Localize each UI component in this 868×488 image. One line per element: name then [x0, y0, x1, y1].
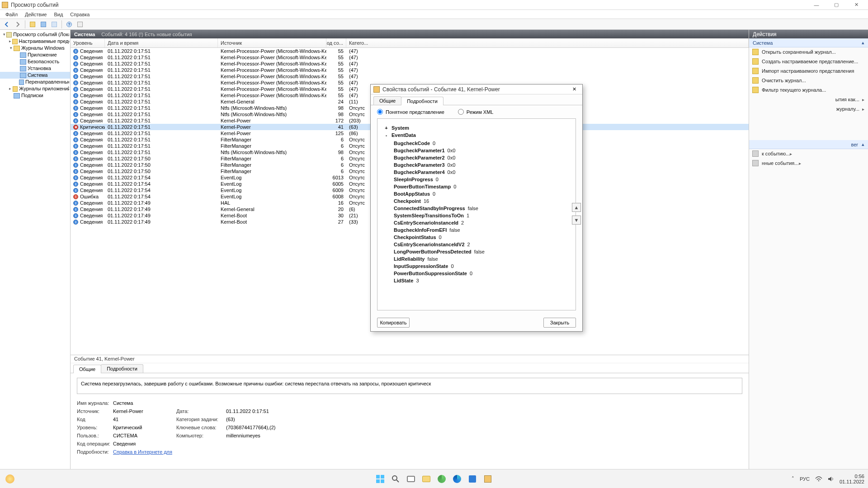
tree-node[interactable]: Приложение	[0, 52, 70, 58]
tree-node[interactable]: ▾Журналы Windows	[0, 45, 70, 52]
action-item[interactable]: журналу...▸	[749, 104, 868, 114]
prev-event-button[interactable]: ▲	[572, 203, 581, 212]
action-item[interactable]: Фильтр текущего журнала...	[749, 85, 868, 95]
dialog-body[interactable]: +System -EventData BugcheckCode0Bugcheck…	[377, 118, 576, 310]
close-button[interactable]: ✕	[846, 0, 866, 9]
node-system[interactable]: +System	[384, 125, 569, 131]
kv-code-k: Код	[77, 417, 113, 422]
wifi-icon[interactable]	[815, 476, 822, 482]
radio-xml[interactable]: Режим XML	[458, 109, 494, 115]
action-item[interactable]: Очистить журнал...	[749, 76, 868, 85]
action-item[interactable]: нные события...▸	[749, 159, 868, 168]
layout-button-1[interactable]	[38, 20, 48, 29]
chevron-right-icon: ▸	[799, 161, 801, 166]
col-level[interactable]: Уровень	[71, 38, 105, 47]
help-button[interactable]: ?	[64, 20, 74, 29]
tree-node[interactable]: ▾Просмотр событий (Локальн	[0, 31, 70, 38]
show-hide-tree-button[interactable]	[28, 20, 38, 29]
svg-rect-2	[376, 479, 380, 483]
col-code[interactable]: Код со...	[326, 38, 346, 47]
search-button[interactable]	[390, 473, 401, 485]
col-date[interactable]: Дата и время	[105, 38, 218, 47]
tree-node[interactable]: ▸Настраиваемые представле	[0, 38, 70, 45]
eventvwr-taskbar-icon[interactable]	[482, 473, 494, 485]
table-row[interactable]: Сведения01.11.2022 0:17:51Kernel-Process…	[71, 54, 749, 61]
taskbar[interactable]: ˄ РУС 0:56 01.11.2022	[0, 469, 868, 488]
level-text: Сведения	[80, 143, 103, 149]
tree-node[interactable]: Перенаправленные соб	[0, 79, 70, 85]
level-info-icon	[73, 131, 78, 136]
detail-tab-general[interactable]: Общие	[73, 365, 101, 373]
level-text: Сведения	[80, 150, 103, 155]
dialog-close-icon[interactable]: ✕	[569, 85, 580, 94]
taskview-button[interactable]	[405, 473, 417, 485]
tree-caret-icon[interactable]: ▸	[8, 38, 12, 45]
tree-node[interactable]: ▸Журналы приложений и сл	[0, 85, 70, 92]
cell-src: Kernel-General	[218, 206, 326, 212]
edge-icon[interactable]	[451, 473, 463, 485]
eventdata-item: BugcheckParameter10x0	[384, 147, 569, 154]
radio-friendly-input[interactable]	[377, 109, 383, 115]
tree-node[interactable]: Подписки	[0, 92, 70, 99]
cell-src: FilterManager	[218, 136, 326, 143]
explorer-icon[interactable]	[420, 473, 432, 485]
kv-more-link[interactable]: Справка в Интернете для	[113, 449, 176, 455]
grid-header: Уровень Дата и время Источник Код со... …	[71, 38, 749, 48]
menu-help[interactable]: Справка	[66, 11, 93, 18]
detail-tab-details[interactable]: Подробности	[101, 364, 143, 373]
col-cat[interactable]: Катего...	[346, 38, 749, 47]
level-info-icon	[73, 99, 78, 104]
volume-icon[interactable]	[828, 476, 834, 482]
tree-node[interactable]: Установка	[0, 65, 70, 72]
action-item[interactable]: к событию...▸	[749, 149, 868, 159]
col-src[interactable]: Источник	[218, 38, 326, 47]
dialog-tab-details[interactable]: Подробности	[401, 97, 443, 105]
cell-date: 01.11.2022 0:17:51	[105, 111, 218, 117]
radio-xml-input[interactable]	[458, 109, 464, 115]
props-button[interactable]	[75, 20, 85, 29]
menu-file[interactable]: Файл	[2, 11, 21, 18]
store-icon[interactable]	[467, 473, 478, 485]
tree-root-icon	[6, 32, 12, 38]
table-row[interactable]: Сведения01.11.2022 0:17:51Kernel-Process…	[71, 48, 749, 54]
dialog-tab-general[interactable]: Общие	[373, 96, 401, 105]
action-item[interactable]: Создать настраиваемое представление...	[749, 57, 868, 66]
tree-caret-icon[interactable]: ▾	[8, 45, 14, 52]
weather-widget[interactable]	[0, 474, 20, 483]
menu-action[interactable]: Действие	[21, 11, 50, 18]
cell-date: 01.11.2022 0:17:51	[105, 99, 218, 105]
lang-indicator[interactable]: РУС	[800, 476, 810, 482]
next-event-button[interactable]: ▼	[572, 216, 581, 225]
layout-button-2[interactable]	[49, 20, 59, 29]
menu-view[interactable]: Вид	[50, 11, 66, 18]
back-button[interactable]	[2, 20, 12, 29]
radio-friendly[interactable]: Понятное представление	[377, 109, 444, 115]
minimize-button[interactable]: —	[807, 0, 826, 9]
tree-caret-icon[interactable]: ▾	[2, 31, 6, 38]
close-button[interactable]: Закрыть	[543, 318, 576, 328]
action-item[interactable]: ытия как...▸	[749, 95, 868, 104]
node-eventdata[interactable]: -EventData	[384, 132, 569, 138]
action-item[interactable]: Импорт настраиваемого представления	[749, 66, 868, 76]
level-text: Сведения	[80, 80, 103, 85]
clock[interactable]: 0:56 01.11.2022	[840, 474, 864, 484]
detail-pane: Событие 41, Kernel-Power Общие Подробнос…	[71, 355, 749, 469]
table-row[interactable]: Сведения01.11.2022 0:17:51Kernel-Process…	[71, 67, 749, 73]
tree-node[interactable]: Система	[0, 72, 70, 79]
nav-tree[interactable]: ▾Просмотр событий (Локальн▸Настраиваемые…	[0, 30, 71, 469]
app-icon-1[interactable]	[436, 473, 448, 485]
maximize-button[interactable]: ▢	[826, 0, 846, 9]
tree-caret-icon[interactable]: ▸	[8, 85, 13, 92]
table-row[interactable]: Сведения01.11.2022 0:17:51Kernel-Process…	[71, 61, 749, 67]
level-text: Сведения	[80, 213, 103, 218]
copy-button[interactable]: Копировать	[377, 318, 410, 328]
cell-date: 01.11.2022 0:17:51	[105, 67, 218, 73]
tree-node[interactable]: Безопасность	[0, 58, 70, 65]
event-properties-dialog[interactable]: Свойства событий - Событие 41, Kernel-Po…	[370, 84, 583, 332]
table-row[interactable]: Сведения01.11.2022 0:17:51Kernel-Process…	[71, 73, 749, 80]
action-item[interactable]: Открыть сохраненный журнал...	[749, 47, 868, 57]
tray-chevron-icon[interactable]: ˄	[792, 476, 794, 482]
start-button[interactable]	[374, 473, 386, 485]
eventdata-item: BugcheckParameter30x0	[384, 161, 569, 169]
forward-button[interactable]	[13, 20, 23, 29]
